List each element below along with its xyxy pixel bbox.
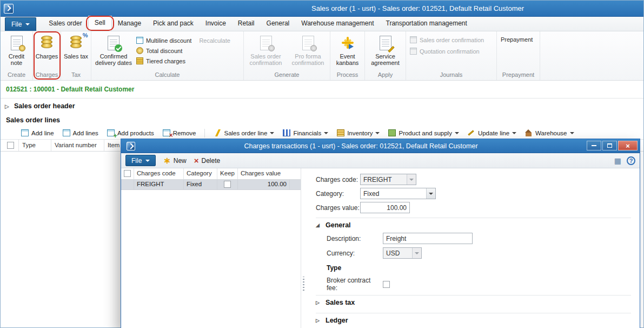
pro-forma-confirmation-button[interactable]: Pro forma confirmation <box>289 33 328 66</box>
sales-tax-label: Sales tax <box>64 53 88 60</box>
section-sales-tax[interactable]: ▷ Sales tax <box>316 295 631 310</box>
sales-tax-button[interactable]: % Sales tax <box>63 33 89 60</box>
multiline-discount-button[interactable]: Multiline discount <box>136 37 191 44</box>
grid-select-all-checkbox[interactable] <box>124 170 131 177</box>
description-input[interactable]: Freight <box>383 233 473 244</box>
inventory-icon <box>337 129 344 136</box>
journal-sales-order-confirmation-button[interactable]: Sales order confirmation <box>410 36 484 43</box>
sales-order-line-icon <box>214 129 221 136</box>
multiline-discount-label: Multiline discount <box>146 37 191 44</box>
warehouse-icon <box>525 129 533 136</box>
maximize-button[interactable] <box>602 141 617 150</box>
tab-manage[interactable]: Manage <box>112 17 147 31</box>
total-discount-button[interactable]: Total discount <box>136 47 230 54</box>
file-menu-button[interactable]: File <box>5 17 36 31</box>
category-combo[interactable]: Fixed <box>360 188 436 199</box>
delete-icon: × <box>194 158 199 164</box>
add-lines-button[interactable]: Add lines <box>63 129 98 136</box>
minimize-button[interactable] <box>587 141 601 150</box>
charges-code-dropdown-button[interactable] <box>407 174 416 185</box>
tab-sell[interactable]: Sell <box>88 16 112 31</box>
close-button[interactable]: × <box>618 141 638 150</box>
column-charges-value[interactable]: Charges value <box>238 168 290 179</box>
layout-icon[interactable]: ▦ <box>614 156 621 165</box>
prepayment-button[interactable]: Prepayment <box>501 36 533 43</box>
credit-note-label: Credit note <box>2 53 31 66</box>
add-line-button[interactable]: Add line <box>21 129 54 136</box>
tab-invoice[interactable]: Invoice <box>200 17 232 31</box>
tab-retail[interactable]: Retail <box>232 17 261 31</box>
divider <box>1 98 643 99</box>
confirmed-delivery-dates-button[interactable]: Confirmed delivery dates <box>93 33 134 66</box>
currency-combo[interactable]: USD <box>383 247 422 259</box>
charges-value-input[interactable]: 100.00 <box>360 202 410 213</box>
collapse-icon[interactable]: ◢ <box>316 222 322 228</box>
ribbon-group-calculate: Confirmed delivery dates Multiline disco… <box>91 31 244 80</box>
dialog-titlebar: Charges transactions (1 - usrt) - Sales … <box>121 139 640 153</box>
charges-coins-icon <box>40 35 54 50</box>
tiered-charges-button[interactable]: Tiered charges <box>136 57 230 64</box>
sales-order-header-section[interactable]: ▷ Sales order header <box>1 100 643 113</box>
charges-grid-row[interactable]: FREIGHT Fixed 100.00 <box>121 180 301 190</box>
chevron-down-icon <box>375 132 380 136</box>
ribbon-tabstrip: File Sales order Sell Manage Pick and pa… <box>1 17 643 31</box>
tab-sales-order[interactable]: Sales order <box>43 17 88 31</box>
expand-icon[interactable]: ▷ <box>316 300 322 305</box>
column-charges-code[interactable]: Charges code <box>134 168 184 179</box>
column-variant-number[interactable]: Variant number <box>51 140 104 151</box>
pane-splitter[interactable] <box>301 168 306 328</box>
tab-transportation-management[interactable]: Transportation management <box>380 17 473 31</box>
app-icon <box>4 4 14 14</box>
description-label: Description: <box>327 235 383 242</box>
charges-button[interactable]: Charges <box>35 33 59 60</box>
chevron-down-icon <box>455 132 459 136</box>
product-and-supply-menu[interactable]: Product and supply <box>388 129 459 136</box>
chevron-down-icon <box>25 23 30 28</box>
select-all-checkbox[interactable] <box>7 142 14 149</box>
update-line-menu[interactable]: Update line <box>468 129 516 136</box>
ribbon: Credit note Create Charges Charges % Sal… <box>1 31 643 81</box>
credit-note-button[interactable]: Credit note <box>2 33 31 66</box>
sales-order-line-menu[interactable]: Sales order line <box>214 129 274 136</box>
journal-quotation-confirmation-label: Quotation confirmation <box>420 48 480 55</box>
dialog-file-menu-button[interactable]: File <box>125 155 156 166</box>
new-button[interactable]: ∗ New <box>163 157 186 165</box>
tab-general[interactable]: General <box>261 17 296 31</box>
journal-quotation-confirmation-button[interactable]: Quotation confirmation <box>410 48 484 55</box>
charges-grid: Charges code Category Keep Charges value… <box>121 168 301 328</box>
currency-label: Currency: <box>327 250 383 257</box>
product-and-supply-icon <box>388 129 396 136</box>
warehouse-menu[interactable]: Warehouse <box>525 129 574 136</box>
column-type[interactable]: Type <box>19 140 51 151</box>
tab-pick-and-pack[interactable]: Pick and pack <box>147 17 200 31</box>
main-window: Sales order (1 - usrt) - Sales order: 01… <box>0 0 644 328</box>
category-dropdown-button[interactable] <box>426 188 435 199</box>
charges-code-value: FREIGHT <box>361 174 407 185</box>
column-category[interactable]: Category <box>184 168 217 179</box>
expand-icon[interactable]: ▷ <box>5 103 10 109</box>
sales-order-confirmation-button[interactable]: Sales order confirmation <box>247 33 286 66</box>
ribbon-spacer <box>540 31 643 80</box>
group-caption-generate: Generate <box>244 71 330 80</box>
section-general-header[interactable]: ◢ General <box>316 221 631 229</box>
currency-dropdown-button[interactable] <box>412 248 421 258</box>
broker-contract-fee-checkbox[interactable] <box>383 281 390 288</box>
tab-warehouse-management[interactable]: Warehouse management <box>295 17 380 31</box>
maximize-icon <box>607 143 612 148</box>
ribbon-group-tax: % Sales tax Tax <box>61 31 91 80</box>
column-keep[interactable]: Keep <box>217 168 238 179</box>
delete-button[interactable]: × Delete <box>194 157 220 165</box>
event-kanbans-button[interactable]: Event kanbans <box>332 33 363 66</box>
add-products-button[interactable]: + Add products <box>107 129 154 136</box>
charges-code-combo[interactable]: FREIGHT <box>360 174 416 185</box>
service-agreement-button[interactable]: Service agreement <box>368 33 403 66</box>
keep-checkbox[interactable] <box>224 181 231 188</box>
section-ledger[interactable]: ▷ Ledger <box>316 313 631 327</box>
help-icon[interactable]: ? <box>627 156 635 165</box>
inventory-menu[interactable]: Inventory <box>337 129 380 136</box>
record-caption: 012521 : 100001 - Default Retail Custome… <box>6 86 134 93</box>
recalculate-button[interactable]: Recalculate <box>199 37 230 44</box>
remove-button[interactable]: × Remove <box>163 129 196 136</box>
expand-icon[interactable]: ▷ <box>316 318 322 323</box>
financials-menu[interactable]: Financials <box>283 129 328 136</box>
